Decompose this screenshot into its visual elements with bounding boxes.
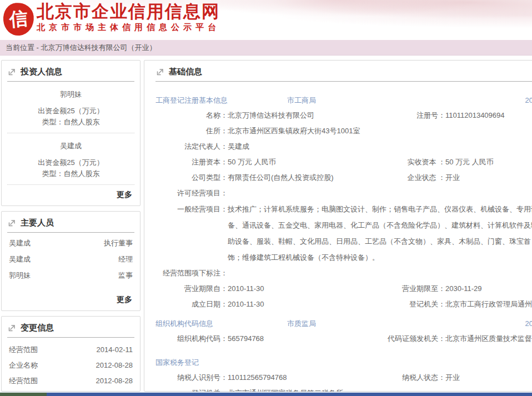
change-info-panel: 变更信息 经营范围 2014-02-11 企业名称 2012-08-28 经营范… [1,316,140,392]
reg-number-value: 110112013409694 [445,108,505,123]
section-arrow-icon [8,219,16,227]
change-field: 经营范围 [9,342,38,358]
general-scope-field: 一般经营项目： 技术推广；计算机系统服务；电脑图文设计、制作；销售电子产品、仪器… [155,201,532,265]
code-issuer-label: 代码证颁发机关： [373,331,445,347]
page: 信 北京市企业信用信息网 北京市市场主体信用信息公示平台 当前位置 - 北京万博… [0,0,532,396]
company-type-value: 有限责任公司(自然人投资或控股) [228,170,334,186]
section-arrow-icon [8,68,16,76]
content-area: 投资人信息 郭明妹 出资金额25（万元） 类型：自然人股东 吴建成 出资金额25… [0,56,532,392]
term-to-label: 营业期限至： [373,281,445,297]
investor-amount: 出资金额25（万元） [7,157,134,168]
tax-reg-link[interactable]: 国家税务登记 [155,355,287,370]
taxpayer-id-label: 纳税人识别号： [155,370,228,385]
org-code-value: 565794768 [228,331,264,347]
paid-capital-label: 实收资本 ： [373,154,445,170]
change-field: 经营范围 [9,373,38,389]
licensed-scope-label: 许可经营项目： [155,186,228,201]
change-row: 企业名称 2012-08-28 [7,358,134,373]
address-value: 北京市通州区西集镇政府大街43号1001室 [228,123,360,139]
business-reg-agency[interactable]: 市工商局 [287,93,525,108]
paid-capital-field: 实收资本 ： 50 万元 人民币 [373,154,532,170]
personnel-name: 吴建成 [9,251,31,267]
reg-capital-field: 注册资本： 50 万元 人民币 [155,154,373,170]
key-personnel-panel: 主要人员 吴建成 执行董事 吴建成 经理 郭明妹 监事 [1,211,140,311]
org-code-subheader: 组织机构代码信息 市质监局 2010-12-08 [155,317,532,331]
code-issuer-field: 代码证颁发机关： 北京市通州区质量技术监督局 [373,331,532,347]
paid-capital-value: 50 万元 人民币 [445,154,494,170]
personnel-list: 吴建成 执行董事 吴建成 经理 郭明妹 监事 [7,233,134,283]
company-type-label: 公司类型： [155,170,228,186]
company-name-field: 名称： 北京万博信达科技有限公司 [155,108,373,123]
investor-more-link[interactable]: 更多 [7,185,134,201]
change-row: 经营范围 2012-08-28 [7,373,134,389]
address-label: 住所： [155,123,228,139]
taxpayer-id-field: 纳税人识别号： 110112565794768 [155,370,373,385]
legal-rep-field: 法定代表人： 吴建成 [155,139,249,154]
investor-info-header: 投资人信息 [7,63,134,82]
taxpayer-status-label: 纳税人状态： [373,370,445,385]
change-info-title: 变更信息 [21,323,54,333]
general-scope-value: 技术推广；计算机系统服务；电脑图文设计、制作；销售电子产品、仪器仪表、机械设备、… [228,201,532,265]
business-reg-date: 2014-02-12 [525,93,532,108]
basic-info-title: 基础信息 [169,67,202,77]
change-row: 经营范围 2014-02-11 [7,342,134,358]
sidebar: 投资人信息 郭明妹 出资金额25（万元） 类型：自然人股东 吴建成 出资金额25… [1,60,140,392]
reg-capital-label: 注册资本： [155,154,228,170]
org-code-date: 2010-12-08 [525,317,532,331]
company-status-label: 企业状态 ： [373,170,445,186]
code-issuer-value: 北京市通州区质量技术监督局 [445,331,532,347]
footer-bar [0,392,532,396]
investor-amount: 出资金额25（万元） [7,106,134,117]
change-info-header: 变更信息 [7,319,134,338]
investor-info-panel: 投资人信息 郭明妹 出资金额25（万元） 类型：自然人股东 吴建成 出资金额25… [1,60,140,206]
site-header: 信 北京市企业信用信息网 北京市市场主体信用信息公示平台 [0,0,532,40]
field-row: 经营范围项下标注： [155,265,532,281]
business-reg-subheader: 工商登记注册基本信息 市工商局 2014-02-12 [155,93,532,108]
legal-rep-label: 法定代表人： [155,139,228,154]
reg-capital-value: 50 万元 人民币 [228,154,276,170]
reg-authority-label: 登记机关： [373,297,445,312]
taxpayer-id-value: 110112565794768 [228,370,287,385]
term-from-value: 2010-11-30 [228,281,264,297]
personnel-row: 吴建成 经理 [7,251,134,267]
basic-info-header: 基础信息 [155,63,532,82]
personnel-role: 经理 [118,251,133,267]
footer-green-segment [0,393,47,396]
key-personnel-header: 主要人员 [7,214,134,233]
org-code-field: 组织机构代码： 565794768 [155,331,373,347]
company-status-field: 企业状态 ： 开业 [373,170,532,186]
personnel-row: 吴建成 执行董事 [7,235,134,251]
investor-info-title: 投资人信息 [21,67,62,77]
investor-entry: 郭明妹 出资金额25（万元） 类型：自然人股东 [7,89,134,133]
change-list: 经营范围 2014-02-11 企业名称 2012-08-28 经营范围 201… [7,338,134,389]
site-subtitle: 北京市市场主体信用信息公示平台 [37,22,532,33]
org-code-agency[interactable]: 市质监局 [287,317,525,331]
field-row: 公司类型： 有限责任公司(自然人投资或控股) 企业状态 ： 开业 [155,170,532,186]
seal-character: 信 [8,6,29,33]
key-personnel-title: 主要人员 [21,218,54,228]
term-to-value: 2030-11-29 [445,281,482,297]
taxpayer-status-field: 纳税人状态： 开业 [373,370,532,385]
company-name-label: 名称： [155,108,228,123]
section-arrow-icon [157,68,164,76]
field-row: 法定代表人： 吴建成 [155,139,532,154]
change-field: 企业名称 [9,358,38,373]
personnel-more-link[interactable]: 更多 [7,290,134,306]
scope-note-label: 经营范围项下标注： [155,265,228,281]
org-code-link[interactable]: 组织机构代码信息 [155,317,287,331]
change-date: 2012-08-28 [96,373,133,389]
field-row: 组织机构代码： 565794768 代码证颁发机关： 北京市通州区质量技术监督局 [155,331,532,347]
personnel-name: 郭明妹 [9,267,31,283]
site-title: 北京市企业信用信息网 [37,2,532,22]
field-row: 一般经营项目： 技术推广；计算机系统服务；电脑图文设计、制作；销售电子产品、仪器… [155,201,532,265]
investor-entry: 吴建成 出资金额25（万元） 类型：自然人股东 [7,141,134,185]
company-status-value: 开业 [445,170,460,186]
footer-blue-segment [47,393,532,396]
site-titles: 北京市企业信用信息网 北京市市场主体信用信息公示平台 [0,0,532,33]
change-date: 2014-02-11 [96,342,133,358]
reg-number-label: 注册号： [373,108,445,123]
personnel-name: 吴建成 [9,235,31,251]
investor-type: 类型：自然人股东 [7,117,134,128]
section-arrow-icon [8,324,16,332]
business-reg-link[interactable]: 工商登记注册基本信息 [155,93,287,108]
